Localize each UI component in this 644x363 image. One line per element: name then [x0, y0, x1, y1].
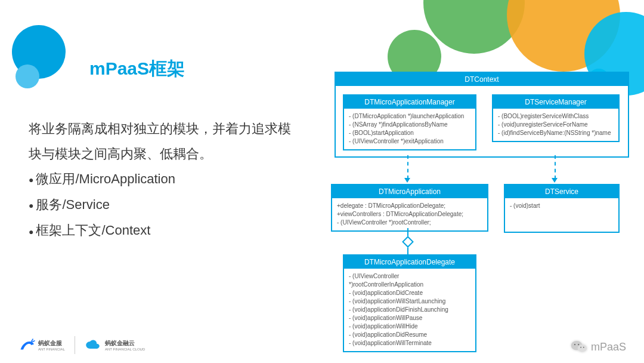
- bullet-service: 服务/Service: [29, 192, 303, 218]
- aggregation-diamond-icon: [402, 236, 414, 248]
- wechat-label: mPaaS: [591, 341, 626, 353]
- dtmicroapplication-title: DTMicroApplication: [332, 185, 487, 198]
- title-ornament-circle-small: [16, 64, 39, 88]
- footer-logos: 蚂蚁金服ANT FINANCIAL 蚂蚁金融云ANT FINANCIAL CLO…: [18, 336, 145, 354]
- svg-point-6: [583, 347, 584, 348]
- arrow-appmanager-to-microapp: [407, 155, 408, 179]
- arrow-head-service: [552, 178, 558, 183]
- arrow-servicemanager-to-service: [555, 155, 556, 179]
- svg-point-4: [578, 344, 579, 345]
- dtservicemanager-title: DTServiceManager: [493, 96, 618, 109]
- dtmicroapplicationmanager-title: DTMicroApplicationManager: [344, 96, 475, 109]
- dtservice-body: - (void)start: [505, 198, 618, 232]
- wechat-watermark: mPaaS: [571, 340, 626, 354]
- ant-icon: [18, 338, 36, 352]
- dtmicroapplicationdelegate-box: DTMicroApplicationDelegate - (UIViewCont…: [343, 254, 476, 352]
- dtservicemanager-body: - (BOOL)registerServiceWithClass - (void…: [493, 109, 618, 141]
- bullet-microapplication: 微应用/MicroApplication: [29, 167, 303, 192]
- dtmicroapplication-body: +delegate : DTMicroApplicationDelegate; …: [332, 198, 487, 230]
- ant-financial-logo: 蚂蚁金服ANT FINANCIAL: [18, 338, 65, 352]
- arrow-head-microapp: [404, 178, 410, 183]
- ant-financial-en: ANT FINANCIAL: [38, 347, 65, 351]
- ant-cloud-logo: 蚂蚁金融云ANT FINANCIAL CLOUD: [85, 338, 145, 352]
- dtmicroapplicationdelegate-body: - (UIViewController *)rootControllerInAp…: [344, 269, 475, 351]
- footer-divider: [75, 336, 75, 354]
- ant-financial-cn: 蚂蚁金服: [38, 339, 65, 347]
- svg-point-0: [30, 342, 32, 343]
- dtservice-box: DTService - (void)start: [504, 184, 620, 233]
- svg-point-2: [578, 344, 587, 352]
- svg-point-5: [580, 347, 581, 348]
- cloud-icon: [85, 338, 103, 352]
- dtmicroapplication-box: DTMicroApplication +delegate : DTMicroAp…: [331, 184, 488, 232]
- dtmicroapplicationmanager-box: DTMicroApplicationManager - (DTMicroAppl…: [343, 94, 476, 150]
- svg-point-3: [574, 344, 575, 345]
- dtmicroapplicationdelegate-title: DTMicroApplicationDelegate: [344, 256, 475, 269]
- dtmicroapplicationmanager-body: - (DTMicroApplication *)launcherApplicat…: [344, 109, 475, 149]
- ant-cloud-cn: 蚂蚁金融云: [105, 339, 145, 347]
- dtservicemanager-box: DTServiceManager - (BOOL)registerService…: [492, 94, 620, 142]
- dtservice-title: DTService: [505, 185, 618, 198]
- bullet-context: 框架上下文/Context: [29, 218, 303, 244]
- wechat-icon: [571, 340, 587, 354]
- description-block: 将业务隔离成相对独立的模块，并着力追求模块与模块之间高内聚、低耦合。 微应用/M…: [29, 116, 303, 244]
- description-text: 将业务隔离成相对独立的模块，并着力追求模块与模块之间高内聚、低耦合。: [29, 116, 303, 167]
- ant-cloud-en: ANT FINANCIAL CLOUD: [105, 347, 145, 351]
- dtcontext-title: DTContext: [336, 73, 628, 86]
- page-title: mPaaS框架: [89, 57, 185, 81]
